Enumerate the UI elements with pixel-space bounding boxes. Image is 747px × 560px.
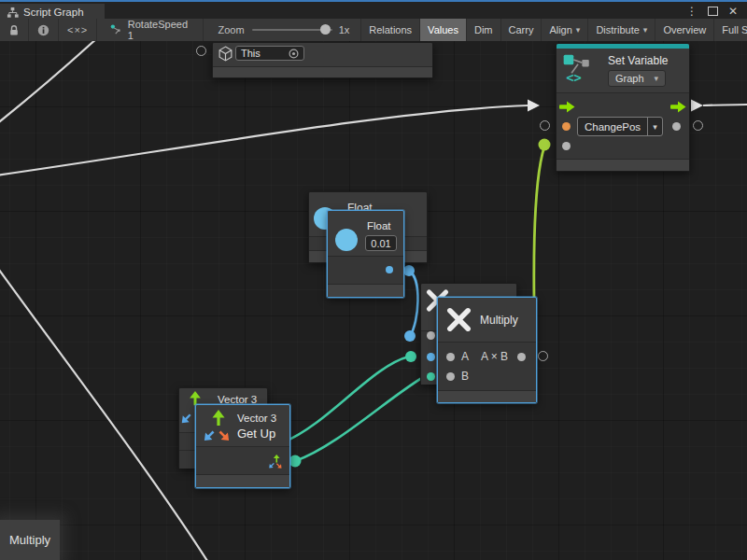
maximize-button[interactable] xyxy=(704,4,721,19)
variable-name-dropdown[interactable]: ChangePos ▾ xyxy=(577,117,663,136)
wire-end-ball-teal-upper xyxy=(405,351,416,362)
multiply-output-label: A × B xyxy=(481,350,508,363)
fullscreen-button[interactable]: Full Screen xyxy=(713,19,747,41)
values-button[interactable]: Values xyxy=(419,19,466,41)
script-graph-asset-icon xyxy=(110,23,122,36)
graph-toolbar: <×> RotateSpeed 1 Zoom 1x Relations Valu… xyxy=(0,19,747,42)
multiply-x-icon xyxy=(445,306,472,333)
multiply-title: Multiply xyxy=(480,314,518,327)
flow-output-arrow[interactable] xyxy=(670,101,686,113)
variable-name-port[interactable] xyxy=(562,122,571,131)
zoom-slider-track[interactable] xyxy=(252,29,332,31)
lock-button[interactable] xyxy=(0,19,29,41)
info-icon xyxy=(37,24,49,36)
variable-name-value: ChangePos xyxy=(578,118,647,135)
wire-multiply-to-set-variable xyxy=(534,147,544,301)
set-variable-right-empty-port[interactable] xyxy=(693,120,703,131)
object-picker-icon[interactable] xyxy=(289,49,299,59)
multiply-port-b-label: B xyxy=(461,370,469,383)
variable-value-port[interactable] xyxy=(562,142,571,150)
graph-canvas[interactable]: This <> Set Variable Graph▾ xyxy=(0,41,747,560)
lock-icon xyxy=(8,24,20,36)
wire-white-upper-left xyxy=(0,41,98,125)
align-dropdown-button[interactable]: Align▾ xyxy=(541,19,587,41)
multiply-back-port[interactable] xyxy=(427,331,435,340)
zoom-value: 1x xyxy=(339,24,350,35)
multiply-port-a-label: A xyxy=(461,350,469,363)
hint-box: Multiply xyxy=(0,520,60,560)
overview-button[interactable]: Overview xyxy=(655,19,713,41)
this-node-footer xyxy=(213,66,432,77)
wire-float-to-multiply xyxy=(409,271,418,336)
set-variable-accent-bar xyxy=(557,44,689,49)
multiply-back-port-b[interactable] xyxy=(427,372,435,381)
variable-scope-dropdown[interactable]: Graph▾ xyxy=(608,70,666,87)
hint-label: Multiply xyxy=(9,533,50,547)
vector3-output-port-icon[interactable] xyxy=(268,455,283,469)
vector3-up-arrow-icon xyxy=(209,409,228,427)
float-value-field[interactable]: 0.01 xyxy=(365,235,397,251)
vector3-downright-arrow-icon xyxy=(217,428,232,443)
chevron-down-icon: ▾ xyxy=(643,25,648,35)
get-up-title: Get Up xyxy=(237,427,275,441)
get-up-footer xyxy=(196,474,289,487)
zoom-slider-handle[interactable] xyxy=(320,24,331,35)
toolbar-mode-buttons: Relations Values Dim Carry Align▾ Distri… xyxy=(360,19,747,41)
wire-end-ball-blue-bottom xyxy=(404,330,416,342)
float-footer xyxy=(328,284,403,297)
set-variable-left-empty-port[interactable] xyxy=(540,120,550,131)
variable-output-port[interactable] xyxy=(672,122,681,131)
multiply-footer xyxy=(438,390,536,402)
float-type-icon xyxy=(335,229,358,251)
wire-end-ball-lime xyxy=(539,139,551,151)
flow-input-arrow[interactable] xyxy=(559,101,575,113)
gameobject-field[interactable]: This xyxy=(235,46,304,61)
graph-name: RotateSpeed 1 xyxy=(128,19,190,41)
zoom-control: Zoom 1x xyxy=(218,24,350,35)
maximize-icon xyxy=(708,7,718,16)
carry-button[interactable]: Carry xyxy=(500,19,542,41)
wire-end-ball-blue-top xyxy=(403,265,415,276)
unity-visual-scripting-window: Script Graph ⋮ ✕ <×> xyxy=(0,0,747,560)
multiply-output-empty-port[interactable] xyxy=(538,351,548,361)
dim-button[interactable]: Dim xyxy=(466,19,500,41)
this-node[interactable]: This xyxy=(212,42,433,78)
inspect-button[interactable] xyxy=(29,19,59,41)
zoom-label: Zoom xyxy=(218,24,245,35)
chevron-down-icon: ▾ xyxy=(576,25,581,35)
set-variable-title: Set Variable xyxy=(608,54,668,67)
multiply-port-b[interactable] xyxy=(446,372,455,381)
wire-white-to-set-variable xyxy=(0,105,529,175)
vector3-downleft-arrow-icon xyxy=(202,428,217,443)
code-preview-toggle[interactable]: <×> xyxy=(59,19,97,41)
this-node-input-port[interactable] xyxy=(196,46,206,56)
set-variable-icon: <> xyxy=(562,52,592,84)
wire-white-to-right-edge xyxy=(703,105,747,105)
vector3-downleft-arrow-icon xyxy=(179,412,193,426)
multiply-back-port-a[interactable] xyxy=(427,353,435,361)
wire-start-ball-teal-lower xyxy=(289,455,302,468)
close-button[interactable]: ✕ xyxy=(725,4,741,19)
title-bar: Script Graph ⋮ ✕ xyxy=(0,0,747,21)
multiply-output-port[interactable] xyxy=(517,353,526,361)
gameobject-field-value: This xyxy=(241,48,261,59)
svg-text:<>: <> xyxy=(566,70,582,84)
chevron-down-icon: ▾ xyxy=(654,74,658,83)
float-output-port[interactable] xyxy=(386,266,393,273)
wire-arrowhead-into-set-variable xyxy=(528,100,540,112)
multiply-port-a[interactable] xyxy=(446,353,455,361)
distribute-dropdown-button[interactable]: Distribute▾ xyxy=(587,19,655,41)
more-menu-button[interactable]: ⋮ xyxy=(684,4,700,19)
set-variable-node[interactable]: <> Set Variable Graph▾ ChangePos ▾ xyxy=(556,43,690,172)
vector3-title: Vector 3 xyxy=(237,413,276,424)
gameobject-cube-icon xyxy=(218,46,233,62)
set-variable-footer xyxy=(557,159,689,171)
get-up-node[interactable]: Vector 3 Get Up xyxy=(195,404,290,488)
graph-breadcrumb[interactable]: RotateSpeed 1 xyxy=(97,19,203,41)
chevron-down-icon: ▾ xyxy=(647,118,662,135)
float-node[interactable]: Float 0.01 xyxy=(327,210,404,298)
multiply-node[interactable]: Multiply A A × B B xyxy=(437,297,537,403)
relations-button[interactable]: Relations xyxy=(360,19,419,41)
float-title: Float xyxy=(367,220,391,231)
tab-label: Script Graph xyxy=(23,7,84,18)
